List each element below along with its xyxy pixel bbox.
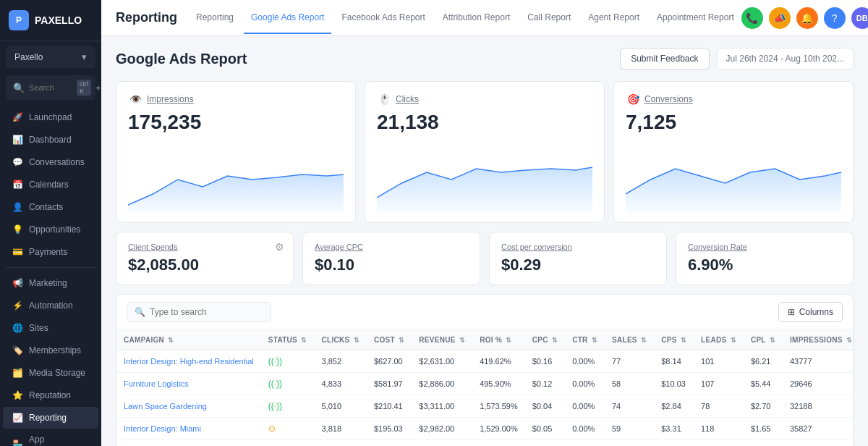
- tab-google-ads[interactable]: Google Ads Report: [244, 2, 331, 34]
- cost-per-conversion-label[interactable]: Cost per conversion: [501, 243, 655, 251]
- clicks-card: 🖱️ Clicks 21,138: [365, 81, 605, 223]
- sort-icon: ⇅: [846, 337, 852, 344]
- impressions-chart: [128, 140, 344, 212]
- stats-row: Client Spends $2,085.00 ⚙ Average CPC $0…: [116, 232, 854, 285]
- col-ctr[interactable]: CTR ⇅: [565, 330, 605, 350]
- col-status[interactable]: STATUS ⇅: [261, 330, 315, 350]
- tab-call[interactable]: Call Report: [520, 2, 578, 34]
- tab-appointment[interactable]: Appointment Report: [650, 2, 741, 34]
- col-revenue[interactable]: REVENUE ⇅: [412, 330, 472, 350]
- metrics-row: 👁️ Impressions 175,235: [116, 81, 854, 223]
- workspace-name: Paxello: [14, 52, 43, 62]
- campaign-roi: 495.90%: [472, 373, 525, 395]
- tab-reporting[interactable]: Reporting: [189, 2, 241, 34]
- campaign-cpc: $0.05: [525, 418, 565, 440]
- campaign-impressions: 29646: [783, 373, 853, 395]
- col-clicks[interactable]: CLICKS ⇅: [314, 330, 366, 350]
- conversions-label[interactable]: Conversions: [644, 94, 693, 104]
- campaign-sales: 74: [605, 395, 654, 418]
- phone-icon-btn[interactable]: 📞: [741, 7, 763, 29]
- table-body: Interior Design: High-end Residential ((…: [116, 350, 853, 447]
- campaign-link[interactable]: Lawn Space Gardening: [124, 402, 207, 411]
- campaign-sales: 59: [605, 418, 654, 440]
- client-spends-label[interactable]: Client Spends: [128, 243, 281, 251]
- table-search-input[interactable]: [150, 307, 263, 317]
- average-cpc-card: Average CPC $0.10: [302, 232, 480, 285]
- search-shortcut: ctrl K: [77, 80, 91, 96]
- campaign-cpl: $2.70: [744, 395, 783, 418]
- col-cost[interactable]: COST ⇅: [367, 330, 412, 350]
- columns-label: Columns: [799, 307, 833, 317]
- add-icon[interactable]: +: [95, 83, 101, 93]
- campaign-leads: 78: [694, 395, 744, 418]
- sidebar-item-launchpad[interactable]: 🚀Launchpad: [3, 106, 98, 128]
- sidebar-item-reputation[interactable]: ⭐Reputation: [3, 384, 98, 406]
- sidebar-item-opportunities[interactable]: 💡Opportunities: [3, 219, 98, 240]
- col-cpc[interactable]: CPC ⇅: [525, 330, 565, 350]
- campaign-impressions: 43777: [783, 350, 853, 373]
- col-campaign[interactable]: CAMPAIGN ⇅: [116, 330, 261, 350]
- sort-icon: ⇅: [399, 337, 404, 344]
- search-input[interactable]: [29, 83, 72, 92]
- tab-agent[interactable]: Agent Report: [581, 2, 647, 34]
- automation-icon: ⚡: [12, 300, 23, 311]
- submit-feedback-button[interactable]: Submit Feedback: [620, 48, 709, 70]
- bell-icon-btn[interactable]: 🔔: [796, 7, 818, 29]
- campaign-link[interactable]: Interior Design: High-end Residential: [124, 357, 254, 366]
- sort-icon: ⇅: [592, 337, 597, 344]
- columns-button[interactable]: ⊞ Columns: [778, 302, 843, 322]
- sidebar-item-media-storage[interactable]: 🗂️Media Storage: [3, 362, 98, 384]
- avatar[interactable]: DB: [851, 7, 868, 29]
- col-sales[interactable]: SALES ⇅: [605, 330, 654, 350]
- campaign-cps: $5.03: [654, 440, 694, 447]
- campaign-link[interactable]: Furniture Logistics: [124, 379, 189, 388]
- sidebar-item-calendars[interactable]: 📅Calendars: [3, 174, 98, 195]
- col-leads[interactable]: LEADS ⇅: [694, 330, 744, 350]
- columns-icon: ⊞: [788, 307, 795, 317]
- clicks-header: 🖱️ Clicks: [377, 92, 592, 106]
- date-range: Jul 26th 2024 - Aug 10th 202...: [717, 48, 854, 70]
- chevron-down-icon: ▾: [82, 51, 87, 62]
- search-box[interactable]: 🔍 ctrl K +: [6, 75, 95, 100]
- sidebar-item-app-marketplace[interactable]: 🏪App Marketplace: [3, 429, 98, 446]
- main-content: Reporting Reporting Google Ads Report Fa…: [101, 0, 868, 446]
- sidebar-item-label: App Marketplace: [29, 434, 90, 446]
- campaign-cost: $472.59: [367, 440, 412, 447]
- sidebar-item-label: Opportunities: [29, 224, 80, 235]
- tab-facebook-ads[interactable]: Facebook Ads Report: [334, 2, 432, 34]
- megaphone-icon-btn[interactable]: 📣: [769, 7, 791, 29]
- campaign-sales: 77: [605, 350, 654, 373]
- average-cpc-label[interactable]: Average CPC: [315, 243, 468, 251]
- clicks-label[interactable]: Clicks: [396, 94, 419, 104]
- media-storage-icon: 🗂️: [12, 367, 23, 379]
- col-cpl[interactable]: CPL ⇅: [744, 330, 783, 350]
- sidebar-item-sites[interactable]: 🌐Sites: [3, 317, 98, 339]
- sidebar-item-contacts[interactable]: 👤Contacts: [3, 196, 98, 218]
- clicks-icon: 🖱️: [377, 92, 391, 106]
- campaign-impressions: 35827: [783, 418, 853, 440]
- sidebar-item-payments[interactable]: 💳Payments: [3, 241, 98, 263]
- sidebar-item-marketing[interactable]: 📢Marketing: [3, 272, 98, 294]
- table-row: Furniture Logistics ((·)) 4,833 $581.97 …: [116, 373, 853, 395]
- table-search-wrap[interactable]: 🔍: [127, 302, 271, 322]
- col-roi[interactable]: ROI % ⇅: [472, 330, 525, 350]
- help-icon-btn[interactable]: ?: [824, 7, 846, 29]
- sidebar-item-label: Media Storage: [29, 368, 85, 378]
- sidebar-item-conversations[interactable]: 💬Conversations: [3, 151, 98, 173]
- col-impressions[interactable]: IMPRESSIONS ⇅: [783, 330, 853, 350]
- gear-icon[interactable]: ⚙: [275, 241, 284, 253]
- conversion-rate-label[interactable]: Conversion Rate: [688, 243, 841, 251]
- sidebar-item-automation[interactable]: ⚡Automation: [3, 295, 98, 316]
- col-cps[interactable]: CPS ⇅: [654, 330, 694, 350]
- tab-attribution[interactable]: Attribution Report: [435, 2, 517, 34]
- sidebar-item-dashboard[interactable]: 📊Dashboard: [3, 129, 98, 151]
- sidebar-item-reporting[interactable]: 📈Reporting: [3, 407, 98, 429]
- page-title: Reporting: [116, 10, 177, 25]
- workspace-selector[interactable]: Paxello ▾: [6, 46, 95, 68]
- impressions-label[interactable]: Impressions: [147, 94, 194, 104]
- sidebar-item-memberships[interactable]: 🏷️Memberships: [3, 340, 98, 361]
- campaign-cpc: $0.13: [525, 440, 565, 447]
- dashboard-icon: 📊: [12, 134, 23, 146]
- campaign-link[interactable]: Interior Design: Miami: [124, 424, 201, 433]
- table-header: CAMPAIGN ⇅ STATUS ⇅ CLICKS ⇅ COST ⇅ REVE…: [116, 330, 853, 350]
